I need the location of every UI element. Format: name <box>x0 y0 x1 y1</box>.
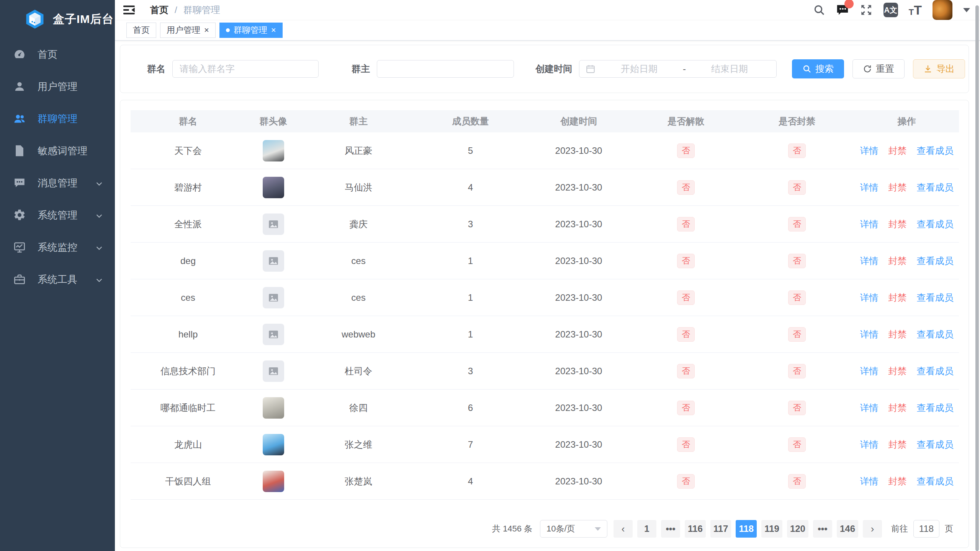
view-members-link[interactable]: 查看成员 <box>917 328 954 341</box>
page-button-146[interactable]: 146 <box>837 520 858 538</box>
sidebar-item-chat[interactable]: 消息管理 <box>0 167 115 199</box>
detail-link[interactable]: 详情 <box>860 402 879 414</box>
close-icon[interactable]: × <box>204 26 209 34</box>
sidebar-collapse-icon[interactable] <box>123 5 136 15</box>
page-button-117[interactable]: 117 <box>710 520 731 538</box>
user-avatar[interactable] <box>933 0 952 20</box>
next-page-button[interactable]: › <box>863 520 882 538</box>
column-header: 成员数量 <box>416 115 525 127</box>
page-ellipsis[interactable]: ••• <box>661 520 680 538</box>
font-size-icon[interactable]: TT <box>909 3 922 16</box>
group-table: 群名群头像群主成员数量创建时间是否解散是否封禁操作 天下会 风正豪 5 2023… <box>131 110 959 500</box>
view-members-link[interactable]: 查看成员 <box>917 439 954 451</box>
ban-link[interactable]: 封禁 <box>888 218 907 230</box>
prev-page-button[interactable]: ‹ <box>614 520 633 538</box>
ban-link[interactable]: 封禁 <box>888 292 907 304</box>
owner-input[interactable] <box>377 60 514 78</box>
page-button-1[interactable]: 1 <box>637 520 656 538</box>
chat-icon <box>13 176 26 189</box>
ban-link[interactable]: 封禁 <box>888 255 907 267</box>
goto-label: 前往 <box>891 523 908 535</box>
date-range-picker[interactable]: 开始日期 - 结束日期 <box>579 60 777 78</box>
detail-link[interactable]: 详情 <box>860 328 879 341</box>
sidebar-item-document[interactable]: 敏感词管理 <box>0 135 115 167</box>
tab-首页[interactable]: 首页 <box>126 23 156 38</box>
message-icon[interactable] <box>836 4 849 16</box>
refresh-icon <box>863 64 872 73</box>
search-button[interactable]: 搜索 <box>792 59 844 78</box>
view-members-link[interactable]: 查看成员 <box>917 475 954 487</box>
fullscreen-icon[interactable] <box>860 3 873 16</box>
detail-link[interactable]: 详情 <box>860 475 879 487</box>
ban-link[interactable]: 封禁 <box>888 475 907 487</box>
view-members-link[interactable]: 查看成员 <box>917 255 954 267</box>
breadcrumb-home[interactable]: 首页 <box>150 4 169 16</box>
page-button-120[interactable]: 120 <box>787 520 808 538</box>
group-name-input[interactable] <box>172 60 319 78</box>
view-members-link[interactable]: 查看成员 <box>917 181 954 194</box>
sidebar-menu: 首页 用户管理 群聊管理 敏感词管理 消息管理 系统管理 系统监控 系统工具 <box>0 38 115 295</box>
banned-badge: 否 <box>788 364 806 378</box>
view-members-link[interactable]: 查看成员 <box>917 145 954 157</box>
tab-label: 用户管理 <box>167 24 200 36</box>
close-icon[interactable]: × <box>271 26 276 34</box>
ban-link[interactable]: 封禁 <box>888 439 907 451</box>
download-icon <box>923 64 933 73</box>
page-ellipsis[interactable]: ••• <box>813 520 832 538</box>
detail-link[interactable]: 详情 <box>860 145 879 157</box>
ban-link[interactable]: 封禁 <box>888 402 907 414</box>
page-button-119[interactable]: 119 <box>761 520 782 538</box>
message-badge <box>844 0 854 8</box>
caret-down-icon[interactable] <box>963 8 970 12</box>
cell-group-name: deg <box>131 256 245 266</box>
detail-link[interactable]: 详情 <box>860 255 879 267</box>
sidebar-item-gear[interactable]: 系统管理 <box>0 199 115 231</box>
ban-link[interactable]: 封禁 <box>888 145 907 157</box>
sidebar-item-users[interactable]: 群聊管理 <box>0 103 115 135</box>
cell-group-name: ces <box>131 292 245 303</box>
sidebar-item-toolbox[interactable]: 系统工具 <box>0 263 115 295</box>
active-tab-dot <box>226 28 230 32</box>
banned-badge: 否 <box>788 290 806 305</box>
view-members-link[interactable]: 查看成员 <box>917 365 954 377</box>
detail-link[interactable]: 详情 <box>860 181 879 194</box>
toolbox-icon <box>13 273 26 286</box>
reset-button[interactable]: 重置 <box>852 59 905 78</box>
breadcrumb-current: 群聊管理 <box>183 4 220 16</box>
detail-link[interactable]: 详情 <box>860 439 879 451</box>
user-icon <box>13 80 26 93</box>
cell-actions: 详情封禁查看成员 <box>854 328 959 341</box>
goto-page-input[interactable] <box>913 520 939 538</box>
cell-group-name: hellp <box>131 329 245 340</box>
banned-badge: 否 <box>788 327 806 342</box>
ban-link[interactable]: 封禁 <box>888 181 907 194</box>
ban-link[interactable]: 封禁 <box>888 328 907 341</box>
language-icon[interactable]: A文 <box>883 3 898 17</box>
cell-owner: 风正豪 <box>301 145 416 157</box>
detail-link[interactable]: 详情 <box>860 218 879 230</box>
tab-用户管理[interactable]: 用户管理× <box>160 23 216 38</box>
sidebar-item-dashboard[interactable]: 首页 <box>0 38 115 70</box>
page-button-118[interactable]: 118 <box>736 520 757 538</box>
scrollbar-thumb[interactable] <box>975 5 979 551</box>
search-icon[interactable] <box>813 4 825 16</box>
page-button-116[interactable]: 116 <box>685 520 706 538</box>
banned-badge: 否 <box>788 143 806 158</box>
app-logo[interactable]: 盒子IM后台 <box>0 0 115 38</box>
detail-link[interactable]: 详情 <box>860 292 879 304</box>
view-members-link[interactable]: 查看成员 <box>917 402 954 414</box>
table-row: 哪都通临时工 徐四 6 2023-10-30 否 否 详情封禁查看成员 <box>131 390 959 426</box>
cell-actions: 详情封禁查看成员 <box>854 292 959 304</box>
cell-member-count: 6 <box>416 403 525 413</box>
dissolved-badge: 否 <box>677 364 695 378</box>
ban-link[interactable]: 封禁 <box>888 365 907 377</box>
view-members-link[interactable]: 查看成员 <box>917 218 954 230</box>
detail-link[interactable]: 详情 <box>860 365 879 377</box>
chevron-down-icon <box>95 179 103 187</box>
tab-群聊管理[interactable]: 群聊管理× <box>219 23 283 38</box>
page-size-select[interactable]: 10条/页 <box>540 520 607 538</box>
sidebar-item-monitor[interactable]: 系统监控 <box>0 231 115 263</box>
sidebar-item-user[interactable]: 用户管理 <box>0 70 115 103</box>
view-members-link[interactable]: 查看成员 <box>917 292 954 304</box>
export-button[interactable]: 导出 <box>913 59 965 78</box>
